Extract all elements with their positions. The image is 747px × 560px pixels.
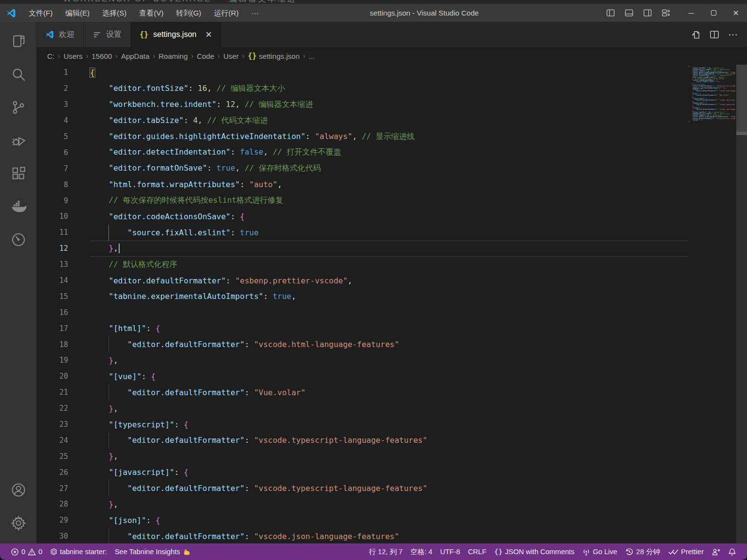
breadcrumb-item-0[interactable]: C: <box>47 52 54 60</box>
status-indentation[interactable]: 空格: 4 <box>407 543 436 560</box>
code-line-13[interactable]: 13 // 默认格式化程序 <box>36 257 747 273</box>
more-actions-icon[interactable]: ⋯ <box>728 29 738 40</box>
minimap[interactable]: { "editor.fontSize": 16, // 编辑器文本大小 "wor… <box>689 66 735 129</box>
activity-account[interactable] <box>0 474 36 508</box>
breadcrumb-item-1[interactable]: Users <box>64 52 83 60</box>
code-line-19[interactable]: 19 }, <box>36 352 747 368</box>
menu-run[interactable]: 运行(R) <box>208 6 245 20</box>
code-line-24[interactable]: 24 "editor.defaultFormatter": "vscode.ty… <box>36 432 747 448</box>
code-line-3[interactable]: 3 "workbench.tree.indent": 12, // 编辑器文本缩… <box>36 97 747 113</box>
breadcrumb-item-4[interactable]: Roaming <box>159 52 188 60</box>
code-line-16[interactable]: 16 <box>36 304 747 320</box>
activity-settings-gear[interactable] <box>0 508 36 541</box>
status-eol[interactable]: CRLF <box>464 543 490 560</box>
activity-extensions[interactable] <box>0 158 36 191</box>
code-token: "vscode.typescript-language-features" <box>719 104 735 105</box>
status-cursor-position[interactable]: 行 12, 列 7 <box>365 543 407 560</box>
code-line-4[interactable]: 4 "editor.tabSize": 4, // 代码文本缩进 <box>36 113 747 129</box>
line-number: 25 <box>36 452 90 461</box>
status-encoding[interactable]: UTF-8 <box>436 543 464 560</box>
status-prettier[interactable]: Prettier <box>664 543 708 560</box>
code-line-23[interactable]: 23 "[typescript]": { <box>36 417 747 433</box>
status-tabnine-insights[interactable]: See Tabnine Insights <box>111 543 195 560</box>
code-text: // 默认格式化程序 <box>90 260 177 270</box>
status-language-mode[interactable]: {}JSON with Comments <box>490 543 578 560</box>
menu-file[interactable]: 文件(F) <box>22 6 59 20</box>
menu-goto[interactable]: 转到(G) <box>170 6 208 20</box>
breadcrumb-item-8[interactable]: ... <box>309 52 315 60</box>
menu-selection[interactable]: 选择(S) <box>96 6 133 20</box>
toggle-primary-sidebar-icon[interactable] <box>603 7 618 19</box>
line-number: 20 <box>36 372 90 381</box>
menu-more[interactable]: ··· <box>245 6 265 20</box>
code-text: "[html]": { <box>90 324 160 333</box>
code-line-5[interactable]: 5 "editor.guides.highlightActiveIndentat… <box>36 129 747 145</box>
activity-run-debug[interactable] <box>0 125 36 158</box>
activity-search[interactable] <box>0 59 36 92</box>
code-line-20[interactable]: 20 "[vue]": { <box>36 368 747 385</box>
toggle-secondary-sidebar-icon[interactable] <box>640 7 655 19</box>
code-token: "vscode.typescript-language-features" <box>719 99 735 101</box>
breadcrumb-item-7[interactable]: {}settings.json <box>248 52 300 60</box>
scrollbar-track[interactable] <box>736 65 747 543</box>
code-line-2[interactable]: 2 "editor.fontSize": 16, // 编辑器文本大小 <box>36 81 747 97</box>
code-line-1[interactable]: 1{ <box>36 65 747 81</box>
code-line-29[interactable]: 29 "[json]": { <box>36 512 747 528</box>
menu-edit[interactable]: 编辑(E) <box>59 6 96 20</box>
feedback-icon <box>711 548 720 556</box>
code-line-11[interactable]: 11 "source.fixAll.eslint": true <box>36 225 747 241</box>
code-line-18[interactable]: 18 "editor.defaultFormatter": "vscode.ht… <box>36 336 747 352</box>
breadcrumb-item-6[interactable]: User <box>223 52 239 60</box>
status-problems[interactable]: 00 <box>7 543 46 560</box>
code-line-7[interactable]: 7 "editor.formatOnSave": true, // 保存时格式化… <box>36 160 747 176</box>
code-line-14[interactable]: 14 "editor.defaultFormatter": "esbenp.pr… <box>36 273 747 289</box>
maximize-button[interactable] <box>702 4 725 22</box>
open-settings-ui-icon[interactable] <box>691 30 701 39</box>
activity-timer[interactable] <box>0 224 36 257</box>
activity-explorer[interactable] <box>0 26 36 59</box>
code-line-21[interactable]: 21 "editor.defaultFormatter": "Vue.volar… <box>36 385 747 401</box>
code-line-17[interactable]: 17 "[html]": { <box>36 320 747 336</box>
code-line-8[interactable]: 8 "html.format.wrapAttributes": "auto", <box>36 176 747 192</box>
breadcrumb-item-5[interactable]: Code <box>197 52 214 60</box>
code-token: : <box>231 228 240 237</box>
code-line-27[interactable]: 27 "editor.defaultFormatter": "vscode.ty… <box>36 480 747 496</box>
close-tab-icon[interactable]: ✕ <box>205 30 212 40</box>
minimize-button[interactable]: ─ <box>680 4 702 22</box>
code-line-9[interactable]: 9 // 每次保存的时候将代码按eslint格式进行修复 <box>36 192 747 209</box>
code-line-22[interactable]: 22 }, <box>36 401 747 417</box>
code-token <box>90 260 109 269</box>
tab-welcome[interactable]: 欢迎 <box>36 22 84 47</box>
vscode-logo-icon <box>45 30 54 39</box>
breadcrumb-item-2[interactable]: 15600 <box>92 52 112 60</box>
code-line-10[interactable]: 10 "editor.codeActionsOnSave": { <box>36 209 747 225</box>
status-go-live[interactable]: Go Live <box>578 543 621 560</box>
code-token: "editor.defaultFormatter" <box>127 340 245 349</box>
breadcrumb-item-3[interactable]: AppData <box>121 52 149 60</box>
tab-settings-json[interactable]: {}settings.json✕ <box>131 22 221 47</box>
activity-source-control[interactable] <box>0 92 36 125</box>
code-line-6[interactable]: 6 "editor.detectIndentation": false, // … <box>36 144 747 160</box>
status-time-tracker[interactable]: 28 分钟 <box>621 543 664 560</box>
activity-docker[interactable] <box>0 191 36 224</box>
code-line-12[interactable]: 12 }, <box>36 241 747 257</box>
split-editor-icon[interactable] <box>710 30 719 39</box>
toggle-panel-icon[interactable] <box>622 7 636 19</box>
status-feedback[interactable] <box>708 543 724 560</box>
code-token: : <box>188 84 197 93</box>
tab-settings-ui[interactable]: 设置 <box>84 22 131 47</box>
code-line-28[interactable]: 28 }, <box>36 496 747 512</box>
code-line-25[interactable]: 25 }, <box>36 448 747 464</box>
code-token <box>90 244 109 253</box>
code-text: }, <box>90 500 118 509</box>
editor[interactable]: 1{2 "editor.fontSize": 16, // 编辑器文本大小3 "… <box>36 65 747 543</box>
status-tabnine[interactable]: tabnine starter: <box>46 543 111 560</box>
code-line-15[interactable]: 15 "tabnine.experimentalAutoImports": tr… <box>36 288 747 304</box>
close-button[interactable]: ✕ <box>725 4 747 22</box>
status-notifications[interactable] <box>724 543 740 560</box>
code-line-26[interactable]: 26 "[javascript]": { <box>36 464 747 480</box>
menu-view[interactable]: 查看(V) <box>133 6 170 20</box>
scrollbar-slider[interactable] <box>736 65 747 132</box>
customize-layout-icon[interactable] <box>658 7 673 19</box>
code-line-30[interactable]: 30 "editor.defaultFormatter": "vscode.js… <box>36 528 747 543</box>
